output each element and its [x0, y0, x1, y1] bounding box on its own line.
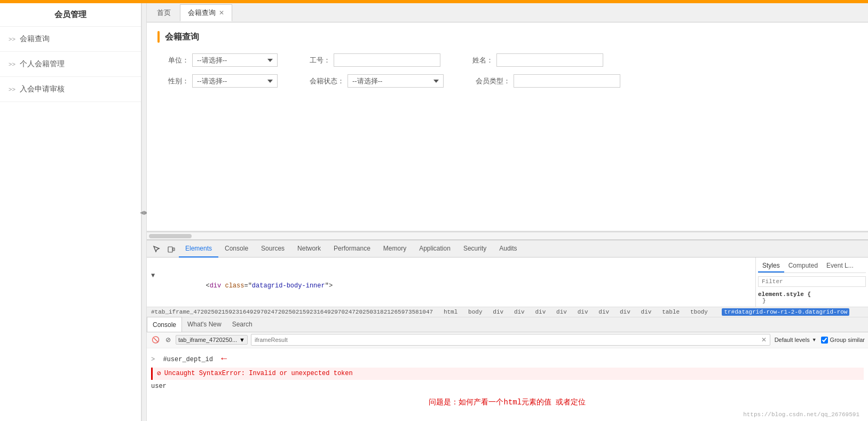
console-tab-console[interactable]: Console: [147, 317, 182, 332]
label-membership-status: 会籍状态：: [310, 76, 344, 86]
console-filter-input[interactable]: [255, 337, 761, 343]
console-tabs: Console What's New Search: [147, 317, 868, 332]
group-similar-option[interactable]: Group similar: [821, 337, 865, 344]
console-error-text: Uncaught SyntaxError: Invalid or unexpec…: [164, 369, 353, 378]
scrollbar-thumb[interactable]: [149, 234, 192, 238]
console-line-prompt: > #user_dept_id ←: [151, 350, 864, 367]
console-context-selector[interactable]: tab_iframe_4720250... ▼: [176, 335, 248, 345]
form-group-unit: 单位： --请选择--: [168, 53, 278, 67]
default-levels-label: Default levels: [775, 337, 810, 343]
sidebar-item-label: 会籍查询: [20, 34, 50, 44]
html-panel[interactable]: ▼ <div class="datagrid-body-inner"> ▶ <t…: [147, 258, 756, 307]
tab-membership-label: 会籍查询: [188, 8, 216, 18]
devtools-tab-elements[interactable]: Elements: [179, 240, 218, 258]
error-icon: ⊘: [157, 369, 161, 379]
form-group-gender: 性别： --请选择--: [168, 74, 278, 88]
devtools-tab-audits[interactable]: Audits: [493, 240, 523, 258]
question-text: 问题是：如何产看一个html元素的值 或者定位: [151, 392, 864, 410]
input-work-id[interactable]: [334, 53, 440, 67]
label-work-id: 工号：: [310, 56, 330, 65]
form-group-membership-status: 会籍状态： --请选择--: [310, 74, 444, 88]
devtools-device-icon[interactable]: [165, 243, 178, 255]
label-name: 姓名：: [472, 56, 493, 65]
sidebar-item-membership-query[interactable]: >> 会籍查询: [0, 27, 141, 52]
styles-panel-tabs: Styles Computed Event L...: [758, 260, 866, 273]
sidebar: 会员管理 >> 会籍查询 >> 个人会籍管理 >> 入会申请审核: [0, 3, 141, 421]
sidebar-resize-handle[interactable]: ◀▶: [141, 3, 147, 421]
filter-clear-icon[interactable]: ✕: [761, 336, 767, 344]
label-gender: 性别：: [168, 76, 189, 86]
form-group-name: 姓名：: [472, 53, 603, 67]
horizontal-scrollbar[interactable]: [147, 232, 868, 239]
tab-home[interactable]: 首页: [149, 4, 179, 21]
devtools-body: ▼ <div class="datagrid-body-inner"> ▶ <t…: [147, 258, 868, 307]
group-similar-label: Group similar: [830, 337, 865, 343]
styles-panel: Styles Computed Event L... element.style…: [756, 258, 868, 307]
chevron-icon: >>: [9, 36, 15, 42]
default-levels-dropdown[interactable]: Default levels ▼: [775, 337, 817, 343]
group-similar-checkbox[interactable]: [821, 337, 828, 344]
svg-rect-0: [168, 247, 172, 252]
sidebar-item-personal-membership[interactable]: >> 个人会籍管理: [0, 52, 141, 77]
page-title-bar: 会籍查询: [157, 31, 857, 43]
input-member-type[interactable]: [514, 74, 620, 88]
breadcrumb-bar: #tab_iframe_4720250215923164929702472025…: [147, 307, 868, 317]
devtools-tab-network[interactable]: Network: [291, 240, 327, 258]
context-selector-text: tab_iframe_4720250...: [178, 337, 237, 343]
main-content: 首页 会籍查询 ✕ 会籍查询 单位： --请选择--: [147, 3, 868, 421]
devtools-tab-application[interactable]: Application: [413, 240, 457, 258]
console-filter-box: ✕: [251, 334, 770, 346]
console-toolbar: 🚫 ⊘ tab_iframe_4720250... ▼ ✕ Default: [147, 332, 868, 348]
page-area: 会籍查询 单位： --请选择-- 工号： 姓名: [147, 22, 868, 232]
sidebar-scroll-area: >> 会籍查询 >> 个人会籍管理 >> 入会申请审核: [0, 27, 141, 421]
page-title: 会籍查询: [165, 32, 199, 43]
console-tab-search[interactable]: Search: [227, 317, 258, 332]
sidebar-item-join-review[interactable]: >> 入会申请审核: [0, 77, 141, 102]
devtools-tab-console[interactable]: Console: [218, 240, 255, 258]
sidebar-item-label: 入会申请审核: [20, 84, 65, 94]
form-row-2: 性别： --请选择-- 会籍状态： --请选择-- 会员类型：: [168, 74, 847, 88]
select-gender[interactable]: --请选择--: [192, 74, 278, 88]
devtools-tab-performance[interactable]: Performance: [327, 240, 377, 258]
input-name[interactable]: [496, 53, 603, 67]
devtools-panel: Elements Console Sources Network Perform…: [147, 239, 868, 421]
styles-filter-input[interactable]: [758, 276, 866, 287]
sidebar-item-label: 个人会籍管理: [20, 59, 65, 69]
console-area: Console What's New Search 🚫 ⊘ tab_iframe…: [147, 317, 868, 422]
form-area: 单位： --请选择-- 工号： 姓名：: [157, 53, 857, 88]
tab-close-icon[interactable]: ✕: [219, 9, 224, 17]
svg-rect-1: [173, 248, 175, 251]
console-tab-whats-new[interactable]: What's New: [182, 317, 227, 332]
console-prompt-text: #user_dept_id: [163, 356, 213, 363]
styles-tab-computed[interactable]: Computed: [784, 260, 822, 272]
levels-dropdown-arrow-icon: ▼: [812, 337, 817, 342]
console-normal-text: user: [151, 383, 167, 390]
title-accent: [157, 31, 160, 43]
label-unit: 单位：: [168, 56, 189, 65]
devtools-tab-sources[interactable]: Sources: [255, 240, 291, 258]
devtools-toolbar: Elements Console Sources Network Perform…: [147, 240, 868, 258]
label-member-type: 会员类型：: [476, 76, 510, 86]
tab-membership-query[interactable]: 会籍查询 ✕: [180, 4, 232, 21]
tab-home-label: 首页: [157, 8, 171, 18]
select-unit[interactable]: --请选择--: [192, 53, 278, 67]
red-arrow-indicator: ←: [221, 353, 227, 364]
chevron-icon: >>: [9, 61, 15, 67]
breadcrumb-path: #tab_iframe_4720250215923164929702472025…: [151, 309, 719, 315]
html-line: ▶ <table class="datagrid-btable" cellspa…: [147, 303, 755, 307]
html-line: ▼ <div class="datagrid-body-inner">: [147, 260, 755, 303]
tab-bar: 首页 会籍查询 ✕: [147, 3, 868, 22]
triangle-icon[interactable]: ▼: [151, 271, 155, 281]
devtools-tab-memory[interactable]: Memory: [377, 240, 413, 258]
breadcrumb-selected-element[interactable]: tr#datagrid-row-r1-2-0.datagrid-row: [722, 308, 849, 316]
select-membership-status[interactable]: --请选择--: [348, 74, 444, 88]
devtools-inspect-icon[interactable]: [150, 243, 163, 255]
styles-tab-styles[interactable]: Styles: [758, 260, 784, 272]
form-group-work-id: 工号：: [310, 53, 440, 67]
console-block-icon[interactable]: ⊘: [163, 334, 173, 345]
console-output: > #user_dept_id ← ⊘ Uncaught SyntaxError…: [147, 348, 868, 422]
styles-tab-event-listeners[interactable]: Event L...: [822, 260, 858, 272]
style-rule-element: element.style { }: [758, 291, 866, 304]
devtools-tab-security[interactable]: Security: [457, 240, 493, 258]
console-clear-icon[interactable]: 🚫: [150, 334, 161, 345]
